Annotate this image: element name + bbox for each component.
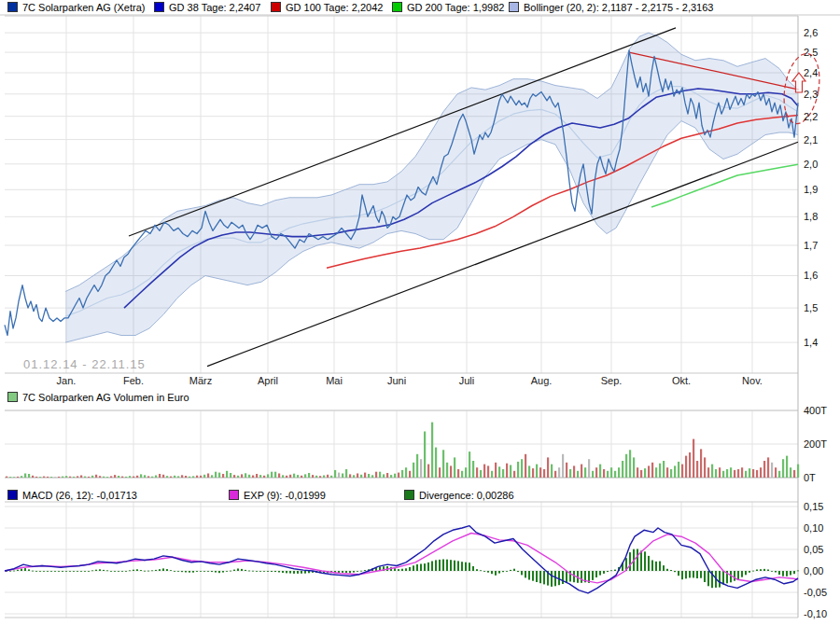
price-tick-label: 2,0 (804, 159, 818, 170)
x-axis-month-label: März (189, 375, 212, 386)
divergence-swatch-icon (404, 490, 414, 500)
price-tick-label: 1,6 (804, 270, 818, 281)
price-tick-label: 2,6 (804, 27, 818, 38)
x-axis-month-label: Sep. (601, 375, 623, 386)
macd-tick-label: 0,05 (804, 544, 823, 555)
chart-canvas: 2,62,52,42,32,22,12,01,91,81,71,61,51,44… (0, 0, 840, 625)
price-tick-label: 2,1 (804, 134, 818, 146)
date-range-label: 01.12.14 - 22.11.15 (23, 357, 146, 371)
divergence-histogram (6, 549, 799, 589)
x-axis-month-label: Okt. (672, 375, 691, 386)
x-axis-month-label: Mai (326, 375, 343, 386)
legend-item-macd: MACD (26, 12): -0,01713 (7, 490, 137, 502)
legend-item-divergence: Divergence: 0,00286 (404, 490, 514, 502)
x-axis-month-label: Aug. (531, 375, 553, 386)
exp-swatch-icon (229, 490, 239, 500)
volume-tick-label: 200T (804, 438, 827, 450)
legend-item-exp: EXP (9): -0,01999 (229, 490, 326, 502)
stock-chart-page: 7C Solarparken AG (Xetra) GD 38 Tage: 2,… (0, 0, 840, 625)
macd-label: MACD (26, 12): -0,01713 (22, 490, 137, 501)
gd200-line (651, 164, 798, 207)
price-tick-label: 1,5 (804, 302, 818, 313)
x-axis-month-label: Nov. (742, 375, 763, 386)
price-tick-label: 2,5 (804, 47, 818, 58)
price-tick-label: 2,2 (804, 111, 818, 122)
price-tick-label: 2,4 (804, 67, 818, 78)
macd-tick-label: 0,00 (804, 565, 823, 576)
macd-tick-label: -0,10 (804, 608, 827, 619)
price-tick-label: 1,4 (804, 337, 818, 348)
x-axis-month-label: Juli (459, 375, 475, 386)
bollinger-band (65, 33, 798, 342)
price-tick-label: 2,3 (804, 89, 818, 100)
volume-bars (6, 423, 799, 478)
divergence-label: Divergence: 0,00286 (419, 490, 514, 501)
x-axis-month-label: Juni (387, 375, 406, 386)
macd-tick-label: -0,05 (804, 587, 827, 598)
x-axis-month-label: April (258, 375, 278, 386)
x-axis-month-label: Jan. (57, 375, 77, 386)
volume-tick-label: 0T (804, 472, 816, 483)
price-tick-label: 1,8 (804, 211, 818, 222)
macd-tick-label: 0,15 (804, 501, 823, 512)
volume-legend: 7C Solarparken AG Volumen in Euro (7, 392, 189, 404)
macd-tick-label: 0,10 (804, 522, 823, 534)
x-axis-month-label: Feb. (123, 375, 144, 386)
macd-swatch-icon (7, 490, 18, 500)
price-tick-label: 1,7 (804, 240, 818, 251)
volume-legend-label: 7C Solarparken AG Volumen in Euro (22, 392, 189, 403)
price-tick-label: 1,9 (804, 184, 818, 195)
volume-tick-label: 400T (804, 405, 827, 416)
exp-label: EXP (9): -0,01999 (244, 490, 326, 501)
volume-swatch-icon (7, 392, 18, 402)
